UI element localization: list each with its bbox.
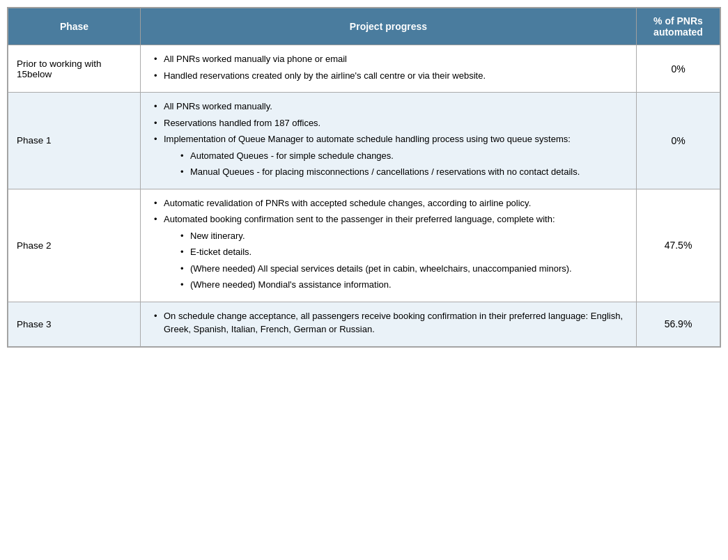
sub-bullet-item: E-ticket details. — [178, 245, 626, 259]
sub-bullet-item: Automated Queues - for simple schedule c… — [178, 149, 626, 163]
bullet-item: Handled reservations created only by the… — [151, 69, 626, 83]
phase-cell: Phase 3 — [8, 302, 141, 346]
bullet-item: On schedule change acceptance, all passe… — [151, 309, 626, 336]
bullet-item: All PNRs worked manually via phone or em… — [151, 52, 626, 66]
progress-cell: All PNRs worked manually.Reservations ha… — [141, 93, 637, 189]
percent-cell: 0% — [637, 45, 720, 93]
bullet-item: Automated booking confirmation sent to t… — [151, 212, 626, 292]
sub-bullet-item: (Where needed) All special services deta… — [178, 262, 626, 276]
phase-cell: Phase 1 — [8, 93, 141, 189]
percent-cell: 47.5% — [637, 189, 720, 302]
sub-bullet-item: New itinerary. — [178, 229, 626, 243]
percent-cell: 0% — [637, 93, 720, 189]
sub-bullet-item: (Where needed) Mondial's assistance info… — [178, 278, 626, 292]
phase-cell: Phase 2 — [8, 189, 141, 302]
percent-cell: 56.9% — [637, 302, 720, 346]
header-phase: Phase — [8, 8, 141, 45]
progress-cell: On schedule change acceptance, all passe… — [141, 302, 637, 346]
progress-cell: Automatic revalidation of PNRs with acce… — [141, 189, 637, 302]
bullet-item: All PNRs worked manually. — [151, 100, 626, 114]
sub-bullet-item: Manual Queues - for placing misconnectio… — [178, 165, 626, 179]
header-progress: Project progress — [141, 8, 637, 45]
phase-cell: Prior to working with 15below — [8, 45, 141, 93]
bullet-item: Implementation of Queue Manager to autom… — [151, 132, 626, 179]
header-percent: % of PNRs automated — [637, 8, 720, 45]
progress-cell: All PNRs worked manually via phone or em… — [141, 45, 637, 93]
bullet-item: Reservations handled from 187 offices. — [151, 116, 626, 130]
bullet-item: Automatic revalidation of PNRs with acce… — [151, 196, 626, 210]
